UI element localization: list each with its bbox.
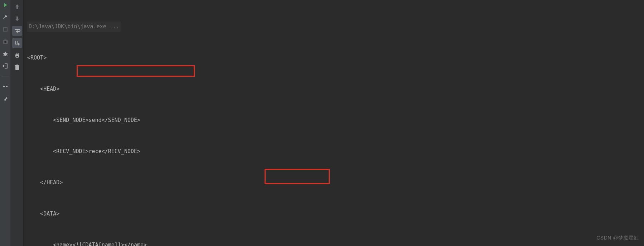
dash-icon[interactable] (2, 83, 9, 90)
console-output[interactable]: D:\Java\JDK\bin\java.exe ... <ROOT> <HEA… (24, 0, 644, 246)
cmd-text: D:\Java\JDK\bin\java.exe ... (27, 22, 121, 32)
svg-rect-3 (4, 39, 6, 41)
bug-icon[interactable] (2, 50, 9, 57)
app-root: D:\Java\JDK\bin\java.exe ... <ROOT> <HEA… (0, 0, 644, 246)
svg-rect-14 (16, 56, 18, 57)
svg-rect-17 (16, 65, 18, 65)
svg-rect-13 (16, 53, 18, 55)
trash-icon[interactable] (12, 62, 22, 72)
exit-icon[interactable] (2, 62, 9, 70)
arrow-up-icon[interactable] (12, 1, 22, 11)
svg-rect-16 (15, 65, 19, 66)
svg-line-5 (3, 53, 4, 54)
svg-line-6 (6, 53, 8, 54)
output-line: <name><![CDATA[name]]></name> (27, 240, 644, 246)
console-toolbar (11, 0, 24, 246)
output-line: <DATA> (27, 209, 644, 219)
camera-icon[interactable] (2, 38, 9, 45)
output-line: <ROOT> (27, 53, 644, 63)
svg-rect-11 (6, 86, 8, 87)
svg-rect-10 (3, 86, 5, 87)
play-icon[interactable] (2, 1, 9, 9)
svg-rect-15 (15, 66, 19, 70)
wrench-icon[interactable] (2, 14, 9, 21)
soft-wrap-icon[interactable] (12, 26, 22, 36)
svg-rect-0 (4, 28, 7, 31)
pin-icon[interactable] (2, 95, 9, 102)
svg-point-9 (5, 52, 6, 53)
svg-point-2 (4, 41, 6, 43)
svg-line-8 (6, 55, 8, 55)
cmd-line: D:\Java\JDK\bin\java.exe ... (27, 22, 644, 32)
svg-line-7 (3, 55, 4, 55)
separator (1, 76, 9, 76)
output-line: <SEND_NODE>send</SEND_NODE> (27, 115, 644, 126)
arrow-down-icon[interactable] (12, 14, 22, 24)
output-line: <RECV_NODE>rece</RECV_NODE> (27, 146, 644, 157)
scroll-end-icon[interactable] (12, 38, 22, 48)
watermark: CSDN @梦魔星虹 (596, 233, 639, 243)
output-line: </HEAD> (27, 178, 644, 188)
output-line: <HEAD> (27, 84, 644, 94)
left-tool-rail (0, 0, 11, 246)
stop-placeholder-icon[interactable] (2, 26, 9, 33)
highlight-box (77, 65, 195, 77)
print-icon[interactable] (12, 50, 22, 60)
